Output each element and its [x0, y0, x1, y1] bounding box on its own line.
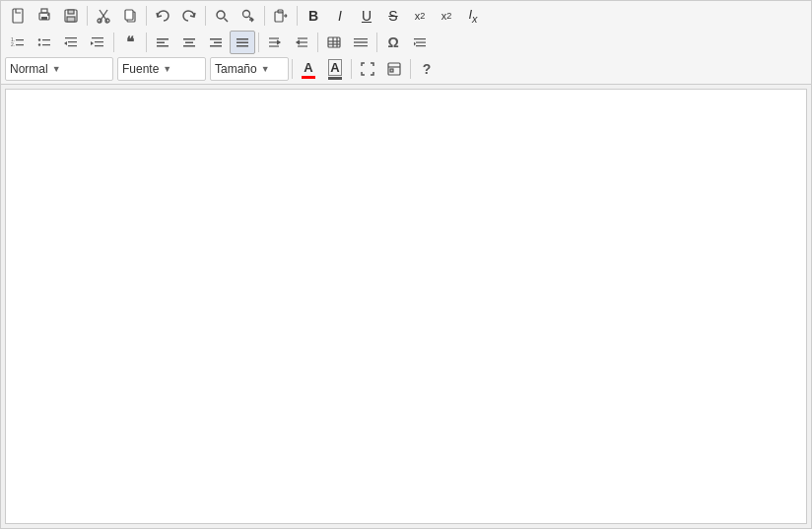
- svg-rect-37: [95, 45, 103, 46]
- svg-rect-71: [390, 69, 393, 72]
- blockquote-icon: ❝: [126, 33, 134, 51]
- bold-button[interactable]: B: [301, 4, 326, 28]
- clear-format-icon: Ix: [468, 7, 477, 25]
- svg-rect-33: [68, 45, 77, 46]
- svg-rect-67: [416, 45, 426, 46]
- svg-rect-30: [42, 44, 50, 45]
- toolbar-row-3: Normal ▼ Fuente ▼ Tamaño ▼ A: [5, 56, 807, 82]
- align-justify-button[interactable]: [230, 31, 255, 54]
- svg-rect-43: [185, 42, 193, 44]
- svg-rect-45: [210, 38, 222, 40]
- blockquote-button[interactable]: ❝: [117, 31, 143, 54]
- svg-rect-39: [157, 38, 169, 40]
- svg-rect-0: [13, 9, 23, 23]
- font-dropdown[interactable]: Fuente ▼: [117, 57, 206, 81]
- superscript-button[interactable]: x2: [434, 4, 459, 28]
- hr-button[interactable]: [348, 31, 373, 54]
- redo-button[interactable]: [176, 4, 202, 28]
- font-dropdown-label: Fuente: [122, 62, 159, 76]
- ordered-list-button[interactable]: 1. 2.: [5, 31, 31, 54]
- sep4: [264, 6, 265, 26]
- svg-rect-35: [92, 37, 103, 38]
- svg-rect-31: [65, 37, 77, 38]
- find-button[interactable]: [209, 4, 235, 28]
- svg-rect-48: [237, 38, 248, 40]
- underline-button[interactable]: U: [354, 4, 379, 28]
- sep5: [297, 6, 298, 26]
- decrease-indent-button[interactable]: [58, 31, 84, 54]
- table-button[interactable]: [321, 31, 347, 54]
- svg-rect-2: [41, 9, 47, 13]
- help-button[interactable]: ?: [414, 57, 440, 81]
- svg-rect-64: [354, 45, 368, 46]
- svg-rect-44: [183, 45, 195, 47]
- strike-icon: S: [388, 8, 397, 24]
- svg-marker-38: [91, 41, 94, 45]
- font-dropdown-arrow: ▼: [163, 64, 171, 74]
- font-color-icon: A: [302, 60, 315, 79]
- svg-rect-29: [42, 39, 50, 40]
- svg-rect-57: [328, 37, 340, 47]
- unordered-list-button[interactable]: [32, 31, 57, 54]
- ltr-button[interactable]: [262, 31, 288, 54]
- paste-special-button[interactable]: [268, 4, 294, 28]
- svg-rect-36: [95, 41, 103, 42]
- svg-rect-63: [354, 41, 368, 43]
- sep10: [376, 33, 377, 52]
- special-char-button[interactable]: Ω: [380, 31, 406, 54]
- svg-rect-40: [157, 42, 165, 44]
- new-doc-button[interactable]: [5, 4, 31, 28]
- sep8: [258, 33, 259, 52]
- svg-rect-62: [354, 38, 368, 39]
- indent-format-button[interactable]: [407, 31, 433, 54]
- style-dropdown[interactable]: Normal ▼: [5, 57, 113, 81]
- content-area[interactable]: [5, 89, 807, 524]
- save-button[interactable]: [58, 4, 84, 28]
- svg-text:2.: 2.: [11, 41, 15, 47]
- font-color-button[interactable]: A: [296, 57, 321, 81]
- subscript-button[interactable]: x2: [407, 4, 433, 28]
- source-button[interactable]: [381, 57, 407, 81]
- svg-point-27: [38, 38, 40, 40]
- sep1: [87, 6, 88, 26]
- italic-button[interactable]: I: [327, 4, 353, 28]
- sep7: [146, 33, 147, 52]
- copy-button[interactable]: [117, 4, 143, 28]
- align-left-button[interactable]: [150, 31, 175, 54]
- font-bg-color-button[interactable]: A: [322, 57, 348, 81]
- fullscreen-button[interactable]: [355, 57, 380, 81]
- size-dropdown-label: Tamaño: [215, 62, 257, 76]
- undo-button[interactable]: [150, 4, 175, 28]
- help-icon: ?: [423, 61, 432, 77]
- increase-indent-button[interactable]: [85, 31, 110, 54]
- cut-button[interactable]: [91, 4, 116, 28]
- svg-line-15: [225, 19, 229, 23]
- sep12: [351, 59, 352, 79]
- align-center-button[interactable]: [176, 31, 202, 54]
- svg-rect-50: [237, 45, 248, 47]
- toolbar-row-2: 1. 2.: [5, 30, 807, 55]
- svg-rect-42: [183, 38, 195, 40]
- svg-point-4: [47, 14, 49, 16]
- clear-format-button[interactable]: Ix: [460, 4, 486, 28]
- align-right-button[interactable]: [203, 31, 229, 54]
- sep6: [113, 33, 114, 52]
- strikethrough-button[interactable]: S: [380, 4, 406, 28]
- svg-rect-32: [68, 41, 77, 42]
- svg-rect-66: [416, 42, 426, 43]
- sep3: [205, 6, 206, 26]
- rtl-button[interactable]: [289, 31, 314, 54]
- sep2: [146, 6, 147, 26]
- style-dropdown-label: Normal: [10, 62, 48, 76]
- svg-point-28: [38, 43, 40, 45]
- svg-rect-65: [414, 38, 426, 39]
- find-replace-button[interactable]: [236, 4, 261, 28]
- svg-rect-25: [16, 39, 24, 40]
- svg-rect-47: [210, 45, 222, 47]
- svg-rect-13: [125, 10, 133, 20]
- svg-rect-3: [41, 17, 47, 20]
- style-dropdown-arrow: ▼: [52, 64, 61, 74]
- print-button[interactable]: [32, 4, 57, 28]
- svg-point-16: [243, 11, 250, 18]
- size-dropdown[interactable]: Tamaño ▼: [210, 57, 289, 81]
